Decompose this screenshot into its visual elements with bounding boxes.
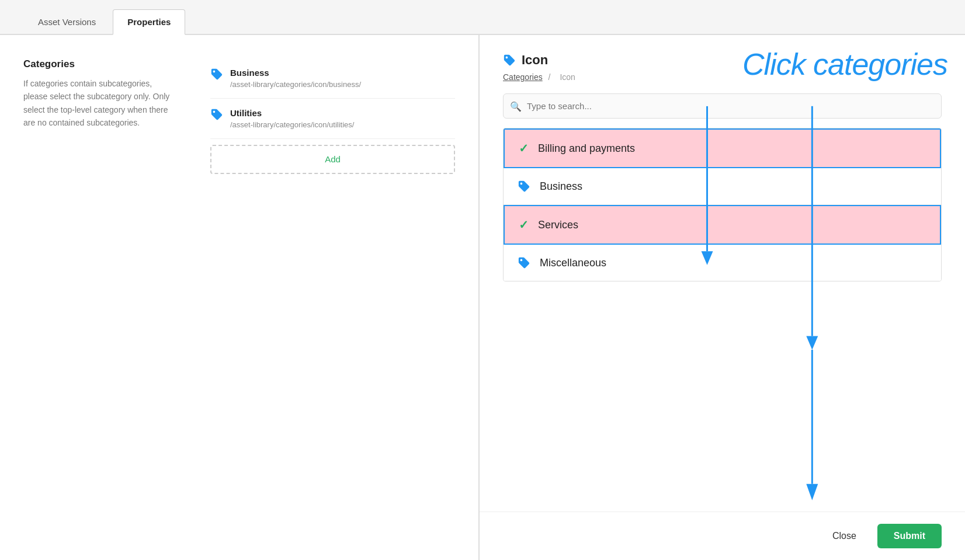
category-path: /asset-library/categories/icon/business/ <box>230 80 361 89</box>
breadcrumb-current: Icon <box>560 72 575 82</box>
modal-header: Icon <box>503 53 942 68</box>
right-panel: Click categories <box>479 35 965 560</box>
categories-description: Categories If categories contain subcate… <box>23 58 175 537</box>
category-list: ✓ Billing and payments Business ✓ Servic… <box>503 128 942 281</box>
search-input[interactable] <box>503 93 942 119</box>
tab-properties[interactable]: Properties <box>113 9 185 35</box>
checkmark-icon: ✓ <box>519 218 529 232</box>
tag-icon <box>518 256 530 269</box>
modal-footer: Close Submit <box>480 512 965 560</box>
breadcrumb: Categories / Icon <box>503 72 942 82</box>
close-button[interactable]: Close <box>823 525 866 547</box>
category-list-item-billing[interactable]: ✓ Billing and payments <box>504 128 941 168</box>
search-icon: 🔍 <box>510 100 522 112</box>
tag-icon <box>210 108 223 121</box>
list-item: Business /asset-library/categories/icon/… <box>210 58 455 99</box>
tab-asset-versions[interactable]: Asset Versions <box>23 9 110 34</box>
category-item-label: Services <box>538 219 926 231</box>
modal-title: Icon <box>522 53 548 68</box>
category-path: /asset-library/categories/icon/utilities… <box>230 120 354 129</box>
breadcrumb-parent[interactable]: Categories <box>503 72 543 82</box>
category-info: Business /asset-library/categories/icon/… <box>230 68 361 89</box>
category-item-label: Business <box>540 180 927 193</box>
categories-title: Categories <box>23 58 175 70</box>
tabs-bar: Asset Versions Properties <box>0 0 965 35</box>
category-info: Utilities /asset-library/categories/icon… <box>230 108 354 129</box>
category-list-item-business[interactable]: Business <box>504 168 941 205</box>
categories-list: Business /asset-library/categories/icon/… <box>210 58 455 537</box>
left-panel: Categories If categories contain subcate… <box>0 35 479 560</box>
category-item-label: Billing and payments <box>538 142 926 155</box>
modal-content: Icon Categories / Icon 🔍 ✓ <box>480 35 965 512</box>
tag-icon <box>210 68 223 81</box>
tag-icon <box>518 180 530 193</box>
checkmark-icon: ✓ <box>519 141 529 155</box>
category-list-item-services[interactable]: ✓ Services <box>504 205 941 245</box>
categories-description-text: If categories contain subcategories, ple… <box>23 77 175 130</box>
category-list-item-misc[interactable]: Miscellaneous <box>504 245 941 281</box>
breadcrumb-separator: / <box>549 72 553 82</box>
submit-button[interactable]: Submit <box>877 524 942 548</box>
modal-tag-icon <box>503 54 516 67</box>
category-item-label: Miscellaneous <box>540 257 927 269</box>
main-content: Categories If categories contain subcate… <box>0 35 965 560</box>
category-name: Utilities <box>230 108 354 118</box>
search-container: 🔍 <box>503 93 942 119</box>
category-name: Business <box>230 68 361 78</box>
add-category-button[interactable]: Add <box>210 145 455 174</box>
list-item: Utilities /asset-library/categories/icon… <box>210 99 455 139</box>
